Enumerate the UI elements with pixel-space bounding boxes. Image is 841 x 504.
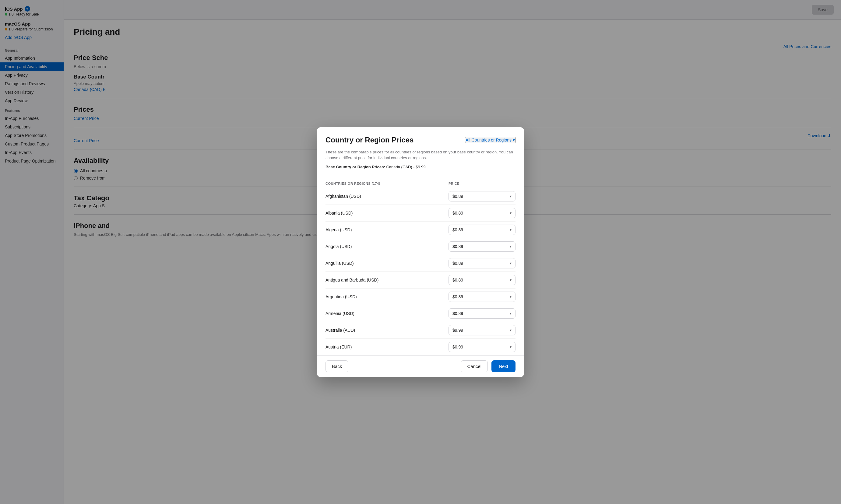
price-select[interactable]: $0.89 ▾ — [449, 224, 515, 235]
modal-description: These are the comparable prices for all … — [326, 149, 515, 161]
modal-base-price: Base Country or Region Prices: Canada (C… — [326, 165, 515, 169]
modal-overlay: Country or Region Prices All Countries o… — [0, 0, 841, 504]
country-name: Armenia (USD) — [326, 311, 449, 316]
price-value: $0.89 — [453, 294, 463, 299]
back-button[interactable]: Back — [326, 360, 348, 372]
price-value: $0.99 — [453, 344, 463, 349]
modal-table-header: COUNTRIES OR REGIONS (174) PRICE — [326, 179, 515, 188]
chevron-down-icon: ▾ — [510, 228, 511, 232]
country-name: Algeria (USD) — [326, 227, 449, 232]
chevron-down-icon: ▾ — [513, 138, 515, 142]
country-name: Austria (EUR) — [326, 344, 449, 349]
chevron-down-icon: ▾ — [510, 245, 511, 249]
chevron-down-icon: ▾ — [510, 261, 511, 265]
next-button[interactable]: Next — [491, 360, 515, 372]
price-select[interactable]: $0.89 ▾ — [449, 258, 515, 268]
chevron-down-icon: ▾ — [510, 211, 511, 215]
table-row: Afghanistan (USD) $0.89 ▾ — [326, 188, 515, 205]
table-row: Antigua and Barbuda (USD) $0.89 ▾ — [326, 272, 515, 289]
chevron-down-icon: ▾ — [510, 328, 511, 332]
price-select[interactable]: $0.89 ▾ — [449, 275, 515, 285]
country-name: Anguilla (USD) — [326, 261, 449, 266]
country-prices-modal: Country or Region Prices All Countries o… — [317, 127, 524, 377]
price-select[interactable]: $0.89 ▾ — [449, 308, 515, 319]
table-row: Anguilla (USD) $0.89 ▾ — [326, 255, 515, 272]
price-select[interactable]: $0.89 ▾ — [449, 291, 515, 302]
table-row: Argentina (USD) $0.89 ▾ — [326, 289, 515, 305]
price-select[interactable]: $0.89 ▾ — [449, 208, 515, 218]
price-value: $0.89 — [453, 261, 463, 266]
price-value: $0.89 — [453, 311, 463, 316]
table-row: Albania (USD) $0.89 ▾ — [326, 205, 515, 221]
price-select[interactable]: $0.99 ▾ — [449, 342, 515, 352]
price-value: $9.99 — [453, 328, 463, 332]
chevron-down-icon: ▾ — [510, 345, 511, 349]
modal-footer-right: Cancel Next — [461, 360, 515, 372]
modal-footer: Back Cancel Next — [317, 355, 524, 377]
price-select[interactable]: $0.89 ▾ — [449, 191, 515, 201]
country-name: Argentina (USD) — [326, 294, 449, 299]
col-price-label: PRICE — [449, 182, 515, 185]
table-row: Armenia (USD) $0.89 ▾ — [326, 305, 515, 322]
modal-header: Country or Region Prices All Countries o… — [317, 127, 524, 179]
price-select[interactable]: $0.89 ▾ — [449, 241, 515, 252]
price-value: $0.89 — [453, 227, 463, 232]
price-value: $0.89 — [453, 211, 463, 215]
chevron-down-icon: ▾ — [510, 278, 511, 282]
chevron-down-icon: ▾ — [510, 294, 511, 299]
country-name: Afghanistan (USD) — [326, 194, 449, 199]
country-name: Angola (USD) — [326, 244, 449, 249]
modal-title-row: Country or Region Prices All Countries o… — [326, 136, 515, 144]
col-countries-label: COUNTRIES OR REGIONS (174) — [326, 182, 449, 185]
table-row: Angola (USD) $0.89 ▾ — [326, 238, 515, 255]
modal-body: Afghanistan (USD) $0.89 ▾ Albania (USD) … — [317, 188, 524, 355]
country-name: Antigua and Barbuda (USD) — [326, 277, 449, 283]
chevron-down-icon: ▾ — [510, 194, 511, 198]
table-row: Algeria (USD) $0.89 ▾ — [326, 221, 515, 238]
table-row: Austria (EUR) $0.99 ▾ — [326, 339, 515, 355]
table-row: Australia (AUD) $9.99 ▾ — [326, 322, 515, 339]
price-value: $0.89 — [453, 277, 463, 283]
price-select[interactable]: $9.99 ▾ — [449, 325, 515, 336]
price-value: $0.89 — [453, 244, 463, 249]
country-name: Albania (USD) — [326, 211, 449, 215]
cancel-button[interactable]: Cancel — [461, 360, 488, 372]
all-countries-filter-button[interactable]: All Countries or Regions ▾ — [465, 137, 515, 143]
price-value: $0.89 — [453, 194, 463, 199]
modal-title: Country or Region Prices — [326, 136, 414, 144]
chevron-down-icon: ▾ — [510, 311, 511, 316]
country-name: Australia (AUD) — [326, 328, 449, 332]
